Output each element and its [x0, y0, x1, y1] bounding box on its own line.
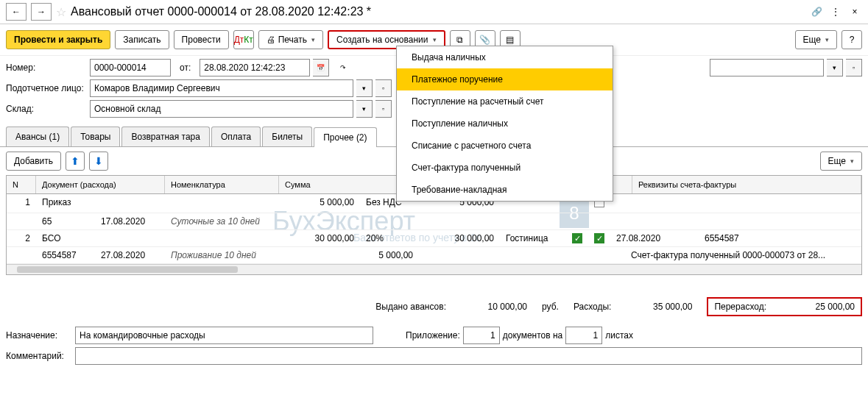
link-icon[interactable]: 🔗 [809, 4, 824, 19]
date-input[interactable] [200, 59, 310, 76]
create-based-dropdown: Выдача наличных Платежное поручение Пост… [396, 46, 613, 202]
warehouse-label: Склад: [6, 101, 87, 117]
th-nomen: Номенклатура [165, 176, 279, 193]
warehouse-open-icon[interactable]: ▫ [375, 100, 392, 118]
move-down-button[interactable]: ⬇ [89, 152, 108, 171]
page-title: Авансовый отчет 0000-000014 от 28.08.202… [71, 5, 805, 18]
from-label: от: [180, 63, 191, 73]
attach-input[interactable] [463, 327, 500, 344]
overspend-box: Перерасход: 25 000,00 [707, 297, 862, 316]
move-up-button[interactable]: ⬆ [66, 152, 85, 171]
advances-value: 10 000,00 [461, 302, 527, 312]
hscrollbar[interactable] [7, 264, 861, 274]
table-more-button[interactable]: Еще [820, 152, 862, 171]
tab-other[interactable]: Прочее (2) [314, 127, 376, 147]
chk2-checkbox[interactable]: ✓ [594, 233, 604, 243]
warehouse-input[interactable] [90, 100, 353, 118]
expenses-value: 35 000,00 [626, 302, 692, 312]
comment-label: Комментарий: [6, 348, 72, 364]
record-button[interactable]: Записать [115, 30, 169, 49]
print-button[interactable]: 🖨 Печать [258, 30, 323, 49]
purpose-input[interactable] [75, 327, 373, 344]
forward-button[interactable]: → [31, 3, 52, 21]
tab-tickets[interactable]: Билеты [262, 127, 312, 146]
dd-item-bank-out[interactable]: Списание с расчетного счета [397, 135, 613, 157]
org-open-icon[interactable]: ▫ [846, 59, 862, 76]
table-row[interactable]: 2 БСО 30 000,00 20% 30 000,00 Гостиница … [7, 230, 861, 247]
attach-label: Приложение: [406, 330, 460, 341]
add-row-button[interactable]: Добавить [6, 152, 61, 171]
expenses-label: Расходы: [574, 302, 612, 312]
advances-label: Выдано авансов: [375, 302, 446, 312]
help-button[interactable]: ? [841, 30, 862, 49]
person-label: Подотчетное лицо: [6, 80, 87, 96]
th-doc: Документ (расхода) [36, 176, 165, 193]
dtkt-button[interactable]: ДтКт [233, 30, 254, 49]
sheets-label: листах [605, 330, 633, 341]
dd-item-bank-in[interactable]: Поступление на расчетный счет [397, 90, 613, 113]
more-button[interactable]: Еще [795, 30, 837, 49]
close-icon[interactable]: × [847, 4, 862, 19]
tab-return[interactable]: Возвратная тара [121, 127, 210, 146]
person-drop-icon[interactable]: ▾ [356, 79, 373, 97]
overspend-value: 25 000,00 [788, 302, 855, 312]
org-drop-icon[interactable]: ▾ [827, 59, 843, 76]
warehouse-drop-icon[interactable]: ▾ [356, 100, 373, 118]
dd-item-cash-in[interactable]: Поступление наличных [397, 113, 613, 135]
table-row[interactable]: 65 17.08.2020 Суточные за 10 дней [7, 213, 861, 230]
th-n: N [7, 176, 36, 193]
person-input[interactable] [90, 79, 353, 97]
dd-item-invoice-received[interactable]: Счет-фактура полученный [397, 157, 613, 179]
tab-goods[interactable]: Товары [71, 127, 120, 146]
bso-checkbox[interactable]: ✓ [572, 233, 582, 243]
favorite-icon[interactable]: ☆ [56, 5, 66, 19]
docs-on-label: документов на [503, 330, 563, 341]
menu-icon[interactable]: ⋮ [828, 4, 843, 19]
org-input[interactable] [710, 59, 824, 76]
tab-advances[interactable]: Авансы (1) [6, 127, 69, 146]
tab-payment[interactable]: Оплата [211, 127, 261, 146]
table-row[interactable]: 6554587 27.08.2020 Проживание 10 дней 5 … [7, 247, 861, 264]
comment-input[interactable] [75, 347, 862, 365]
save-close-button[interactable]: Провести и закрыть [6, 30, 110, 49]
post-button[interactable]: Провести [174, 30, 229, 49]
dd-item-payment-order[interactable]: Платежное поручение [397, 68, 613, 90]
dd-item-requirement[interactable]: Требование-накладная [397, 179, 613, 201]
back-button[interactable]: ← [6, 3, 27, 21]
dd-item-cash-out[interactable]: Выдача наличных [397, 46, 613, 68]
calendar-icon[interactable]: 📅 [313, 59, 329, 76]
number-input[interactable] [90, 59, 171, 76]
number-label: Номер: [6, 60, 87, 76]
currency: руб. [542, 302, 559, 312]
th-invoice: Реквизиты счета-фактуры [632, 176, 861, 193]
overspend-label: Перерасход: [714, 302, 766, 312]
date-link-icon[interactable]: ↷ [335, 59, 351, 76]
sheets-input[interactable] [565, 327, 602, 344]
purpose-label: Назначение: [6, 327, 72, 343]
person-open-icon[interactable]: ▫ [375, 79, 392, 97]
